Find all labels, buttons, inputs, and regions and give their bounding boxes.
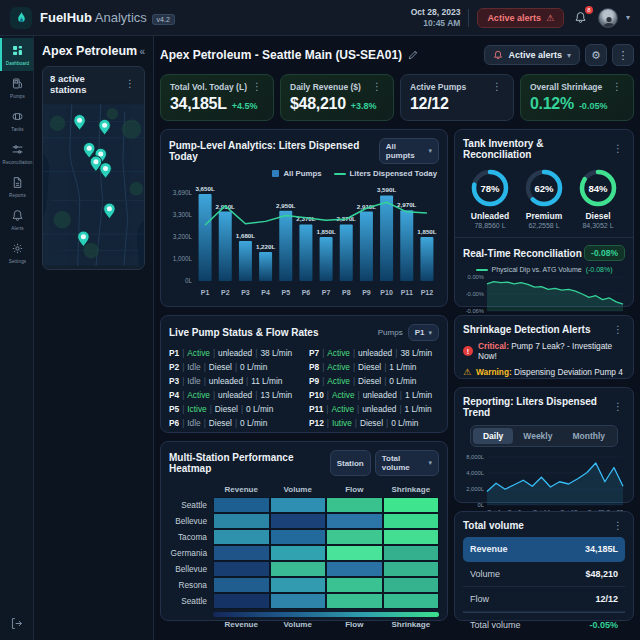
bar-P12[interactable] — [420, 237, 433, 281]
heatmap-cell[interactable] — [383, 593, 440, 609]
chevron-down-icon[interactable]: ▾ — [626, 13, 630, 22]
heatmap-cell[interactable] — [213, 545, 270, 561]
main-active-alerts-button[interactable]: Active alerts ▾ — [484, 45, 580, 65]
heatmap-cell[interactable] — [213, 593, 270, 609]
heatmap-cell[interactable] — [326, 593, 383, 609]
pump-row-p8: P8|Active|Diesel|1 L/min — [309, 362, 439, 372]
reporting-chart: 8,000L4,000L2,000L0LOct 1Oct 9Oct 14Oct … — [463, 451, 625, 519]
collapse-sidebar-icon[interactable]: « — [139, 46, 145, 57]
heatmap-cell[interactable] — [270, 561, 327, 577]
heatmap-cell[interactable] — [383, 561, 440, 577]
row-value: -0.05% — [589, 620, 618, 630]
chevron-down-icon: ▾ — [428, 147, 432, 155]
stations-map[interactable] — [43, 101, 145, 269]
heatmap-cell[interactable] — [270, 545, 327, 561]
chevron-down-icon: ▾ — [567, 51, 571, 60]
kebab-menu-icon[interactable]: ⋮ — [610, 82, 624, 92]
sidebar-item-settings[interactable]: Settings — [0, 236, 33, 269]
tab-weekly[interactable]: Weekly — [513, 428, 562, 444]
row-label: Revenue — [470, 544, 508, 554]
warning-icon: ⚠ — [463, 367, 471, 377]
heatmap-cell[interactable] — [270, 513, 327, 529]
kebab-menu-icon[interactable]: ⋮ — [611, 521, 625, 531]
edit-title-icon[interactable] — [408, 50, 418, 60]
station-button[interactable]: Station — [330, 450, 371, 476]
bar-P4[interactable] — [259, 252, 272, 281]
heatmap-cell[interactable] — [383, 529, 440, 545]
kebab-menu-icon[interactable]: ⋮ — [611, 144, 625, 154]
bar-P9[interactable] — [360, 212, 373, 281]
bar-P7[interactable] — [320, 237, 333, 281]
kebab-menu-icon[interactable]: ⋮ — [490, 82, 504, 92]
sidebar-item-reports[interactable]: Reports — [0, 170, 33, 203]
logout-button[interactable] — [0, 609, 33, 640]
heatmap-cell[interactable] — [383, 513, 440, 529]
heatmap-cell[interactable] — [213, 513, 270, 529]
sidebar-item-alerts[interactable]: Alerts — [0, 203, 33, 236]
heatmap-cell[interactable] — [326, 577, 383, 593]
bar-P11[interactable] — [400, 210, 413, 281]
kebab-menu-icon[interactable]: ⋮ — [370, 82, 384, 92]
kebab-menu-icon[interactable]: ⋮ — [250, 82, 264, 92]
heatmap-row-label: Bellevue — [169, 513, 213, 529]
kebab-menu-icon[interactable]: ⋮ — [611, 402, 625, 412]
heatmap-cell[interactable] — [326, 497, 383, 513]
tab-monthly[interactable]: Monthly — [562, 428, 615, 444]
svg-text:3,590L: 3,590L — [377, 186, 396, 193]
date-label: Oct 28, 2023 — [411, 7, 461, 18]
heatmap-cell[interactable] — [383, 497, 440, 513]
avatar[interactable] — [598, 8, 618, 28]
heatmap-row-label: Germania — [169, 545, 213, 561]
heatmap-cell[interactable] — [213, 577, 270, 593]
bar-P6[interactable] — [299, 224, 312, 281]
bar-P10[interactable] — [380, 195, 393, 281]
tab-daily[interactable]: Daily — [473, 428, 513, 444]
pump-filter-dropdown[interactable]: All pumpts ▾ — [379, 138, 439, 164]
bar-P5[interactable] — [279, 211, 292, 281]
heatmap-col-bottom-flow: Flow — [326, 617, 383, 632]
reporting-tabs: DailyWeeklyMonthly — [470, 425, 618, 447]
kpi-delta: +3.8% — [351, 101, 377, 111]
row-label: Total volume — [470, 620, 521, 630]
sidebar-item-tanks[interactable]: Tanks — [0, 104, 33, 137]
reporting-title: Reporting: Liters Dispensed Trend — [463, 396, 611, 418]
heatmap-col-revenue: Revenue — [213, 482, 270, 497]
sidebar-item-reconciliation[interactable]: Reconciliation — [0, 137, 33, 170]
heatmap-cell[interactable] — [270, 577, 327, 593]
heatmap-metric-dropdown[interactable]: Total volume▾ — [375, 450, 439, 476]
heatmap-cell[interactable] — [270, 529, 327, 545]
heatmap-cell[interactable] — [213, 561, 270, 577]
notifications-button[interactable]: 8 — [572, 9, 590, 27]
kebab-menu-icon[interactable]: ⋮ — [611, 325, 625, 335]
kpi-value: $48,210 — [290, 95, 346, 113]
heatmap-cell[interactable] — [326, 561, 383, 577]
kebab-menu-icon[interactable]: ⋮ — [123, 79, 137, 89]
heatmap-cell[interactable] — [270, 593, 327, 609]
pump-select-dropdown[interactable]: P1▾ — [408, 324, 439, 341]
heatmap-cell[interactable] — [270, 497, 327, 513]
heatmap-cell[interactable] — [326, 545, 383, 561]
heatmap-cell[interactable] — [383, 545, 440, 561]
heatmap-cell[interactable] — [383, 577, 440, 593]
more-options-button[interactable]: ⋮ — [612, 44, 634, 66]
sidebar-item-dashboard[interactable]: Dashboard — [0, 38, 33, 71]
svg-text:P4: P4 — [261, 289, 270, 296]
total-volume-row-revenue[interactable]: Revenue34,185L — [463, 537, 625, 562]
settings-button[interactable]: ⚙ — [585, 44, 607, 66]
bar-P8[interactable] — [340, 224, 353, 281]
heatmap-cell[interactable] — [213, 497, 270, 513]
pump-row-p2: P2|Idle|Diesel|0 L/min — [169, 362, 299, 372]
sidebar-item-pumps[interactable]: Pumps — [0, 71, 33, 104]
alert-warning: ⚠Warning: Dispensing Deviation Pump 4 — [463, 367, 625, 377]
bar-P2[interactable] — [219, 212, 232, 281]
bar-P1[interactable] — [199, 194, 212, 281]
heatmap-cell[interactable] — [213, 529, 270, 545]
active-alerts-button[interactable]: Active alerts ⚠ — [477, 8, 564, 28]
tank-gauge-unleaded: 78%Unleaded78,8560 L — [463, 168, 517, 229]
heatmap-cell[interactable] — [326, 529, 383, 545]
sidebar-item-label: Tanks — [11, 127, 24, 132]
settings-icon — [11, 242, 24, 257]
dashboard-icon — [11, 44, 24, 59]
heatmap-cell[interactable] — [326, 513, 383, 529]
bar-P3[interactable] — [239, 241, 252, 281]
